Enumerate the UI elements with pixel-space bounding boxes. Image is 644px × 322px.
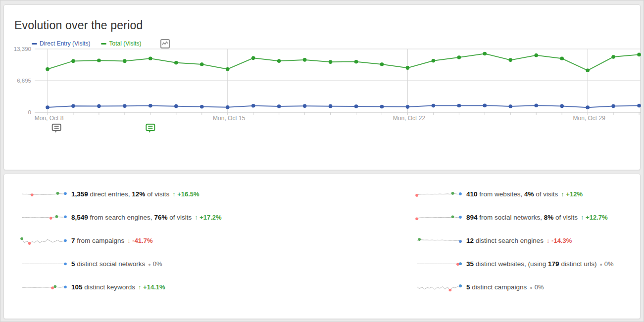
sparkline[interactable] xyxy=(20,280,68,293)
arrow-down-icon: ↓ xyxy=(127,237,130,244)
change-percent: +17.2% xyxy=(199,214,221,221)
change-indicator: ↑+17.2% xyxy=(195,214,221,221)
arrow-up-icon: ↑ xyxy=(172,191,175,198)
summary-row: 35 distinct websites, (using 179 distinc… xyxy=(415,257,640,270)
summary-row: 7 from campaigns↓-41.7% xyxy=(20,234,415,247)
export-image-icon[interactable] xyxy=(160,39,170,48)
x-axis-label: Mon, Oct 22 xyxy=(393,115,426,122)
summary-text: 1,359 direct entries, 12% of visits↑+16.… xyxy=(71,190,199,198)
summary-text: 35 distinct websites, (using 179 distinc… xyxy=(466,260,614,268)
legend-item-total[interactable]: Total (Visits) xyxy=(101,40,141,47)
change-indicator: ●0% xyxy=(148,260,162,268)
arrow-down-icon: ↓ xyxy=(546,237,549,244)
sparkline[interactable] xyxy=(20,257,68,270)
page-title: Evolution over the period xyxy=(14,19,640,32)
referrers-summary-card: 1,359 direct entries, 12% of visits↑+16.… xyxy=(3,174,641,319)
annotation-marker-icon[interactable] xyxy=(52,124,61,133)
legend-label: Direct Entry (Visits) xyxy=(40,40,90,47)
change-percent: 0% xyxy=(604,260,614,268)
summary-text: 5 distinct social networks●0% xyxy=(71,260,162,268)
change-percent: +12% xyxy=(566,190,583,198)
summary-row: 5 distinct social networks●0% xyxy=(20,257,415,270)
arrow-up-icon: ↑ xyxy=(138,284,141,291)
change-indicator: ↑+16.5% xyxy=(172,190,199,198)
no-change-dot-icon: ● xyxy=(530,285,532,290)
sparkline[interactable] xyxy=(415,211,463,224)
change-indicator: ↓-14.3% xyxy=(546,237,572,244)
dashboard-page: Evolution over the period Direct Entry (… xyxy=(0,0,644,322)
summary-text: 8,549 from search engines, 76% of visits… xyxy=(71,214,222,221)
change-percent: -14.3% xyxy=(551,237,572,244)
change-percent: +14.1% xyxy=(143,283,165,291)
annotation-marker-icon[interactable] xyxy=(146,124,154,133)
change-percent: 0% xyxy=(153,260,162,268)
sparkline[interactable] xyxy=(415,280,463,293)
summary-row: 12 distinct search engines↓-14.3% xyxy=(415,234,640,247)
summary-text: 894 from social networks, 8% of visits↑+… xyxy=(466,214,608,221)
arrow-up-icon: ↑ xyxy=(195,214,198,221)
summary-text: 410 from websites, 4% of visits↑+12% xyxy=(466,190,583,198)
summary-row: 105 distinct keywords↑+14.1% xyxy=(20,280,415,293)
change-indicator: ↑+12.7% xyxy=(581,214,607,221)
change-indicator: ↑+12% xyxy=(561,190,583,198)
change-percent: -41.7% xyxy=(132,237,152,244)
change-indicator: ↑+14.1% xyxy=(138,283,165,291)
x-axis-label: Mon, Oct 29 xyxy=(573,115,605,122)
summary-column-left: 1,359 direct entries, 12% of visits↑+16.… xyxy=(20,187,415,304)
y-axis-label: 6,695 xyxy=(17,78,31,84)
summary-row: 1,359 direct entries, 12% of visits↑+16.… xyxy=(20,187,415,200)
change-percent: +12.7% xyxy=(586,214,607,221)
legend-label: Total (Visits) xyxy=(109,40,141,47)
change-percent: 0% xyxy=(535,283,544,291)
summary-text: 105 distinct keywords↑+14.1% xyxy=(71,283,165,291)
chart-legend: Direct Entry (Visits)Total (Visits) xyxy=(32,39,170,48)
sparkline[interactable] xyxy=(415,234,463,247)
arrow-up-icon: ↑ xyxy=(561,191,564,198)
sparkline[interactable] xyxy=(20,234,68,247)
evolution-card: Evolution over the period Direct Entry (… xyxy=(3,4,641,170)
x-axis-label: Mon, Oct 15 xyxy=(213,115,246,122)
summary-column-right: 410 from websites, 4% of visits↑+12%894 … xyxy=(415,187,640,304)
summary-row: 894 from social networks, 8% of visits↑+… xyxy=(415,211,640,224)
change-percent: +16.5% xyxy=(177,190,199,198)
no-change-dot-icon: ● xyxy=(599,262,602,267)
sparkline[interactable] xyxy=(20,211,68,224)
legend-item-direct-entry[interactable]: Direct Entry (Visits) xyxy=(32,40,90,47)
summary-row: 410 from websites, 4% of visits↑+12% xyxy=(415,187,640,200)
summary-row: 5 distinct campaigns●0% xyxy=(415,280,640,293)
no-change-dot-icon: ● xyxy=(148,262,150,267)
legend-color-dash xyxy=(32,43,37,45)
summary-row: 8,549 from search engines, 76% of visits… xyxy=(20,211,415,224)
summary-text: 5 distinct campaigns●0% xyxy=(466,283,544,291)
sparkline[interactable] xyxy=(20,187,68,200)
summary-text: 12 distinct search engines↓-14.3% xyxy=(466,237,572,244)
evolution-chart-area: Direct Entry (Visits)Total (Visits) 13,3… xyxy=(4,38,640,142)
sparkline[interactable] xyxy=(415,257,463,270)
legend-color-dash xyxy=(101,43,106,45)
change-indicator: ●0% xyxy=(530,283,544,291)
evolution-line-chart[interactable]: 13,3906,6950Mon, Oct 8Mon, Oct 15Mon, Oc… xyxy=(4,38,641,142)
change-indicator: ↓-41.7% xyxy=(127,237,152,244)
summary-columns: 1,359 direct entries, 12% of visits↑+16.… xyxy=(4,174,640,304)
y-axis-label: 0 xyxy=(28,109,31,115)
arrow-up-icon: ↑ xyxy=(581,214,584,221)
summary-text: 7 from campaigns↓-41.7% xyxy=(71,237,153,244)
y-axis-label: 13,390 xyxy=(14,46,31,52)
sparkline[interactable] xyxy=(415,187,463,200)
change-indicator: ●0% xyxy=(599,260,613,268)
x-axis-label: Mon, Oct 8 xyxy=(35,115,64,122)
